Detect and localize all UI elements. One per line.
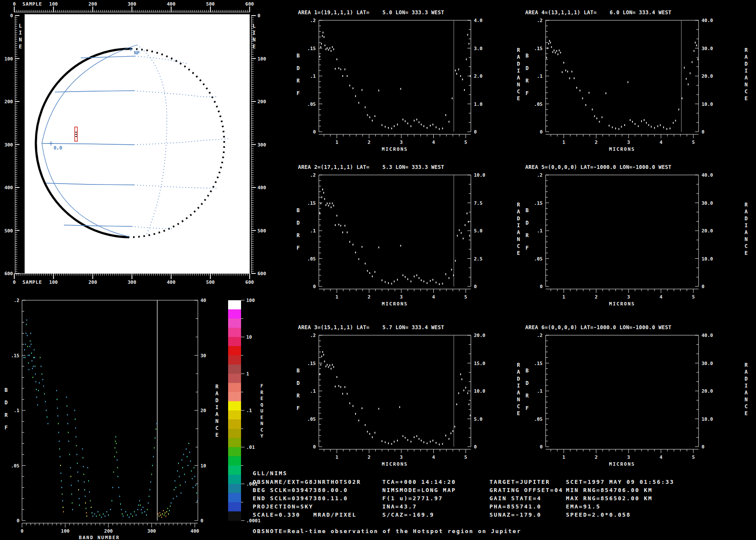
svg-text:R: R	[525, 78, 529, 84]
svg-text:E: E	[19, 44, 22, 50]
svg-text:I: I	[744, 222, 747, 229]
spectrum-panel-area-5: AREA 5=(0,0,0,0) LAT=-1000.0 LON=-1000.0…	[525, 164, 748, 307]
spectrum-panel-area-6: AREA 6=(0,0,0,0) LAT=-1000.0 LON=-1000.0…	[525, 324, 748, 467]
svg-text:10.0: 10.0	[702, 256, 713, 262]
svg-text:N: N	[744, 82, 747, 88]
svg-text:100: 100	[246, 298, 255, 303]
svg-text:A: A	[215, 391, 219, 397]
svg-text:R: R	[296, 393, 300, 399]
svg-text:R: R	[260, 390, 264, 395]
svg-text:3: 3	[627, 140, 630, 145]
svg-text:600: 600	[245, 1, 254, 7]
svg-text:30: 30	[200, 353, 206, 359]
tca-field: TCA=+000 14:14:20	[382, 479, 456, 485]
svg-text:A: A	[744, 229, 748, 235]
svg-text:2: 2	[595, 454, 598, 460]
svg-text:20.0: 20.0	[474, 333, 486, 338]
projection-field: PROJECTION=SKY	[253, 503, 313, 510]
svg-text:100: 100	[49, 1, 58, 7]
svg-text:2: 2	[595, 294, 598, 300]
svg-text:C: C	[744, 403, 747, 410]
svg-text:4: 4	[660, 454, 663, 460]
spectrum-panel-area-4: AREA 4=(13,1,1,1) LAT= 6.0 LON= 333.4 WE…	[525, 10, 748, 152]
svg-text:.05: .05	[307, 416, 316, 422]
svg-text:D: D	[744, 61, 747, 67]
svg-text:.2: .2	[537, 333, 543, 338]
svg-text:F: F	[296, 245, 299, 251]
svg-text:F: F	[296, 405, 299, 411]
svg-text:2: 2	[368, 454, 371, 460]
svg-text:A: A	[744, 54, 748, 60]
svg-text:2.0: 2.0	[474, 73, 483, 79]
svg-text:0: 0	[10, 13, 13, 19]
svg-text:0: 0	[540, 444, 543, 450]
svg-text:D: D	[215, 397, 218, 403]
svg-text:600: 600	[4, 271, 13, 276]
metadata-note-line: OBSNOTE=Real-time observation of the Hot…	[0, 528, 756, 536]
svg-text:N: N	[260, 421, 264, 426]
svg-text:A: A	[744, 209, 748, 215]
svg-text:.05: .05	[534, 256, 543, 262]
svg-text:500: 500	[206, 1, 215, 7]
svg-text:I: I	[215, 404, 218, 410]
svg-text:E: E	[260, 415, 264, 420]
svg-text:R: R	[517, 362, 520, 368]
svg-text:.05: .05	[307, 256, 316, 262]
svg-text:E: E	[744, 95, 747, 102]
svg-text:.2: .2	[14, 298, 19, 303]
svg-text:R: R	[744, 47, 748, 53]
svg-text:15.0: 15.0	[474, 361, 486, 366]
svg-text:N: N	[252, 37, 255, 43]
spectrum-panel-area-2: AREA 2=(17,1,1,1) LAT= 5.3 LON= 333.3 WE…	[296, 164, 520, 307]
svg-text:AREA 6=(0,0,0,0) LAT=-1000.0 L: AREA 6=(0,0,0,0) LAT=-1000.0 LON=-1000.0…	[525, 324, 672, 330]
svg-text:.05: .05	[534, 416, 543, 422]
svg-text:2: 2	[368, 140, 371, 145]
svg-text:E: E	[215, 432, 218, 438]
svg-text:40.0: 40.0	[702, 333, 713, 338]
svg-text:D: D	[525, 220, 528, 226]
svg-text:3: 3	[400, 294, 403, 300]
svg-text:B: B	[4, 387, 7, 393]
svg-text:B: B	[525, 368, 528, 374]
svg-text:.2: .2	[537, 18, 543, 23]
svg-text:.2: .2	[310, 18, 316, 23]
svg-text:40.0: 40.0	[702, 18, 713, 23]
svg-text:MICRONS: MICRONS	[609, 461, 635, 467]
svg-text:5: 5	[692, 140, 695, 145]
svg-text:0: 0	[474, 444, 477, 450]
svg-text:2: 2	[595, 140, 598, 145]
speed-field: SPEED=2.0*0.058	[566, 511, 631, 518]
svg-text:Q: Q	[260, 402, 264, 408]
svg-text:20.0: 20.0	[702, 73, 713, 79]
svg-text:3: 3	[627, 294, 630, 300]
metadata-line: BEG SCLK=03947380.00.0 NIMSMODE=LONG MAP…	[0, 487, 756, 495]
svg-text:40.0: 40.0	[702, 172, 713, 178]
svg-text:D: D	[517, 216, 520, 222]
svg-text:L: L	[19, 23, 22, 29]
svg-text:SAMPLE: SAMPLE	[22, 1, 42, 7]
svg-text:10.0: 10.0	[474, 388, 486, 394]
svg-text:10.0: 10.0	[702, 102, 713, 107]
svg-text:E: E	[744, 250, 747, 256]
svg-text:.05: .05	[307, 102, 316, 107]
svg-text:1: 1	[335, 454, 338, 460]
svg-text:N: N	[517, 236, 520, 242]
svg-text:3: 3	[400, 454, 403, 460]
svg-text:.1: .1	[246, 408, 252, 413]
svg-text:N: N	[517, 397, 520, 403]
metadata-header-line: GLL/NIMS	[0, 470, 756, 478]
svg-text:3: 3	[627, 454, 630, 460]
svg-text:200: 200	[4, 99, 13, 105]
svg-text:E: E	[252, 44, 255, 50]
svg-text:200: 200	[89, 1, 97, 7]
svg-text:C: C	[744, 243, 747, 249]
svg-text:0: 0	[313, 129, 316, 135]
svg-text:.15: .15	[307, 200, 316, 206]
svg-text:A: A	[517, 75, 520, 81]
svg-text:1: 1	[335, 294, 338, 300]
svg-text:0: 0	[313, 284, 316, 289]
svg-text:F: F	[525, 90, 528, 96]
svg-text:30.0: 30.0	[702, 46, 713, 51]
svg-text:MICRONS: MICRONS	[382, 301, 408, 307]
svg-text:D: D	[296, 220, 299, 226]
